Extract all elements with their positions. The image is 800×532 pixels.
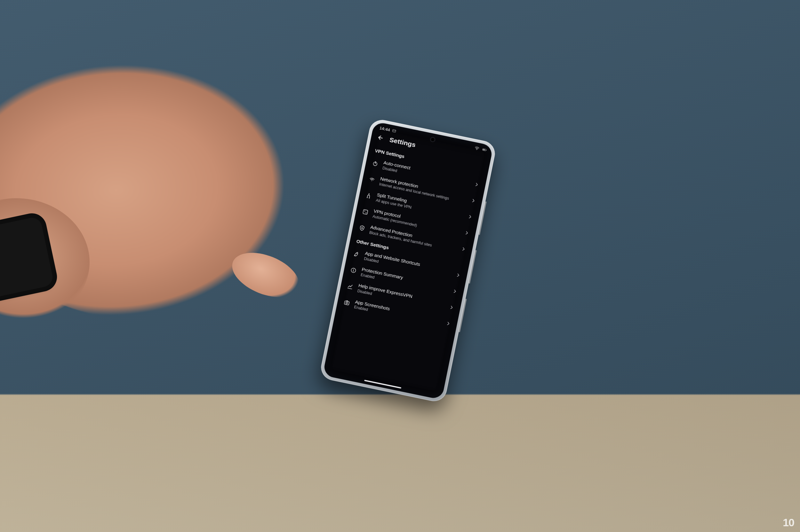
camera-icon <box>343 299 351 307</box>
photo-background: 14:44 <box>0 0 800 532</box>
chevron-right-icon <box>460 246 467 252</box>
power-icon <box>371 159 380 168</box>
wifi-icon <box>474 146 480 151</box>
status-time: 14:44 <box>379 126 390 132</box>
chevron-right-icon <box>470 197 477 204</box>
battery-icon <box>481 147 487 152</box>
page-title: Settings <box>389 136 416 149</box>
phone-screen: 14:44 <box>323 121 493 400</box>
chart-icon <box>346 283 354 291</box>
mail-icon <box>392 128 397 134</box>
phone-frame: 14:44 <box>319 118 497 404</box>
rocket-icon <box>353 250 361 258</box>
chevron-right-icon <box>467 213 474 220</box>
watermark: 10 <box>783 516 794 529</box>
chevron-right-icon <box>463 230 470 236</box>
wifi-shield-icon <box>368 175 376 184</box>
split-icon <box>364 192 373 200</box>
chevron-right-icon <box>455 272 461 279</box>
chevron-right-icon <box>448 304 455 311</box>
back-button[interactable] <box>375 133 385 142</box>
chevron-right-icon <box>452 288 458 295</box>
home-indicator[interactable] <box>364 380 401 389</box>
chevron-right-icon <box>473 181 480 188</box>
shield-plus-icon <box>358 224 366 232</box>
protocol-icon <box>361 208 369 216</box>
settings-list: VPN Settings Auto-connect Disabled Netwo… <box>336 144 489 334</box>
info-icon <box>349 266 358 274</box>
chevron-right-icon <box>445 320 452 327</box>
